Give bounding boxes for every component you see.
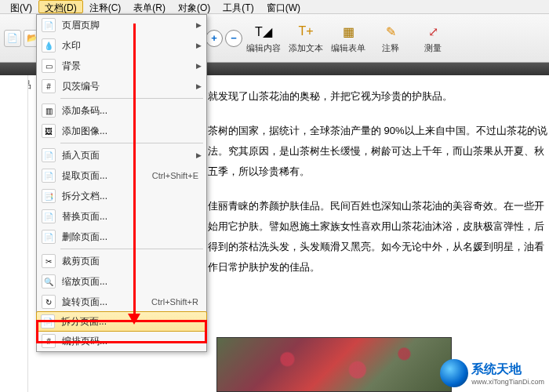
measure-button[interactable]: ⤢ 测量: [413, 16, 453, 60]
logo-brand: 系统天地: [471, 362, 522, 376]
menu-label: 删除页面...: [62, 230, 202, 244]
menu-label: 背景: [62, 60, 196, 73]
rotate-page-icon: ↻: [42, 295, 56, 309]
menu-label: 插入页面: [62, 149, 196, 162]
menu-object[interactable]: 对象(O): [172, 0, 216, 13]
menu-shortcut: Ctrl+Shift+E: [152, 171, 198, 180]
menu-item-贝茨编号[interactable]: #贝茨编号▶: [37, 76, 206, 96]
menu-label: 旋转页面...: [62, 296, 151, 309]
menu-tools[interactable]: 工具(T): [216, 0, 260, 13]
add-text-icon: T+: [296, 22, 315, 41]
menu-item-缩放页面[interactable]: 🔍缩放页面...: [37, 271, 206, 292]
annotate-icon: ✎: [381, 22, 400, 41]
document-menu-dropdown: 📄页眉页脚▶💧水印▶▭背景▶#贝茨编号▶▥添加条码...🖼添加图像...📄插入页…: [36, 14, 207, 352]
submenu-arrow-icon: ▶: [196, 151, 202, 159]
edit-form-button[interactable]: ▦ 编辑表单: [329, 16, 368, 60]
menu-item-拆分页面[interactable]: 📄拆分页面...: [36, 311, 207, 332]
new-doc-button[interactable]: 📄: [4, 30, 21, 47]
measure-icon: ⤢: [424, 22, 442, 41]
menu-item-替换页面[interactable]: 📄替换页面...: [37, 206, 206, 227]
edit-content-button[interactable]: T◢ 编辑内容: [244, 16, 283, 60]
submenu-arrow-icon: ▶: [196, 62, 202, 70]
menu-item-添加条码[interactable]: ▥添加条码...: [37, 100, 206, 121]
menu-label: 添加条码...: [62, 104, 202, 118]
menu-label: 缩放页面...: [62, 275, 202, 289]
left-sidebar: [0, 75, 28, 392]
menu-item-添加图像[interactable]: 🖼添加图像...: [37, 121, 206, 141]
submenu-arrow-icon: ▶: [196, 82, 202, 90]
image-icon: 🖼: [42, 124, 56, 138]
edit-form-icon: ▦: [339, 22, 358, 41]
crop-page-icon: ✂: [42, 254, 56, 268]
paragraph: 就发现了山茶花油的奥秘，并把它视为珍贵的护肤品。: [208, 86, 549, 107]
menu-document[interactable]: 文档(D): [38, 0, 83, 13]
menu-form[interactable]: 表单(R): [127, 0, 172, 13]
menu-separator: [60, 143, 203, 143]
submenu-arrow-icon: ▶: [196, 21, 202, 29]
paragraph: 茶树的国家，据统计，全球茶油产量的 90%以上来自中国。不过山茶花的说法。究其原…: [208, 121, 549, 182]
submenu-arrow-icon: ▶: [196, 42, 202, 49]
header-footer-icon: 📄: [42, 18, 56, 32]
watermark-logo: 系统天地 www.xiTongTianDi.com: [440, 359, 544, 387]
zoom-in-button[interactable]: +: [205, 30, 223, 47]
menu-item-页眉页脚[interactable]: 📄页眉页脚▶: [37, 15, 206, 35]
menu-item-提取页面[interactable]: 📄提取页面...Ctrl+Shift+E: [37, 165, 206, 186]
zoom-out-button[interactable]: −: [225, 30, 242, 47]
page-number-icon: #: [42, 334, 56, 348]
menu-label: 编排页码...: [62, 335, 202, 348]
menubar: 图(V) 文档(D) 注释(C) 表单(R) 对象(O) 工具(T) 窗口(W): [0, 0, 549, 14]
menu-label: 拆分页面...: [61, 315, 202, 328]
bates-icon: #: [42, 79, 56, 93]
paragraph: 佳丽青睐的养颜护肤佳品。民间百姓也深知山茶花油的美容奇效。在一些开始用它护肤。譬…: [208, 196, 549, 278]
document-content: 就发现了山茶花油的奥秘，并把它视为珍贵的护肤品。 茶树的国家，据统计，全球茶油产…: [208, 86, 549, 292]
menu-label: 替换页面...: [62, 210, 202, 223]
logo-globe-icon: [440, 359, 468, 387]
menu-label: 水印: [62, 39, 196, 53]
menu-comment[interactable]: 注释(C): [83, 0, 128, 13]
menu-separator: [60, 249, 203, 249]
zoom-page-icon: 🔍: [42, 274, 56, 289]
menu-label: 添加图像...: [62, 125, 202, 138]
menu-label: 页眉页脚: [62, 19, 196, 32]
menu-view[interactable]: 图(V): [4, 0, 38, 13]
delete-page-icon: 📄: [42, 230, 56, 244]
watermark-icon: 💧: [42, 38, 56, 53]
insert-page-icon: 📄: [42, 148, 56, 162]
edit-content-icon: T◢: [254, 22, 273, 41]
menu-label: 裁剪页面: [62, 255, 202, 268]
menu-label: 贝茨编号: [62, 80, 196, 93]
menu-item-插入页面[interactable]: 📄插入页面▶: [37, 145, 206, 165]
annotate-button[interactable]: ✎ 注释: [371, 16, 410, 60]
menu-separator: [60, 98, 203, 99]
split-page-icon: 📄: [41, 314, 55, 328]
menu-label: 提取页面...: [62, 169, 152, 183]
menu-item-裁剪页面[interactable]: ✂裁剪页面: [37, 251, 206, 271]
menu-item-编排页码[interactable]: #编排页码...: [37, 331, 206, 351]
background-icon: ▭: [42, 59, 56, 73]
barcode-icon: ▥: [42, 103, 56, 118]
menu-window[interactable]: 窗口(W): [260, 0, 307, 13]
menu-item-旋转页面[interactable]: ↻旋转页面...Ctrl+Shift+R: [37, 292, 206, 312]
split-doc-icon: 📑: [42, 189, 56, 203]
add-text-button[interactable]: T+ 添加文本: [286, 16, 325, 60]
replace-page-icon: 📄: [42, 209, 56, 223]
extract-page-icon: 📄: [42, 169, 56, 183]
menu-item-水印[interactable]: 💧水印▶: [37, 35, 206, 56]
menu-label: 拆分文档...: [62, 190, 202, 203]
logo-url: www.xiTongTianDi.com: [471, 378, 544, 386]
menu-item-背景[interactable]: ▭背景▶: [37, 56, 206, 76]
article-image: [216, 337, 452, 392]
menu-shortcut: Ctrl+Shift+R: [151, 297, 198, 307]
menu-item-删除页面[interactable]: 📄删除页面...: [37, 227, 206, 247]
menu-item-拆分文档[interactable]: 📑拆分文档...: [37, 186, 206, 206]
